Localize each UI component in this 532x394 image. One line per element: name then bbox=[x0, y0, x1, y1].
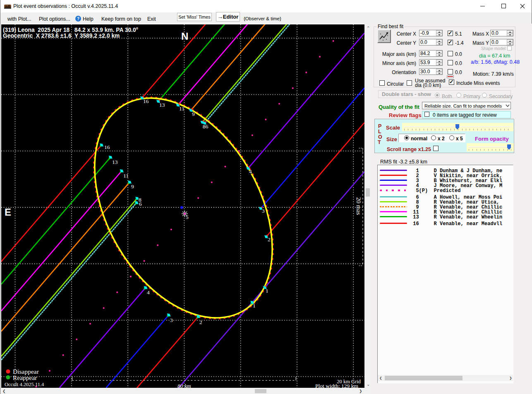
svg-text:13: 13 bbox=[112, 159, 118, 165]
svg-text:13: 13 bbox=[159, 102, 165, 108]
svg-text:5: 5 bbox=[186, 214, 189, 220]
svg-text:11: 11 bbox=[179, 106, 185, 112]
svg-text:3: 3 bbox=[262, 208, 265, 214]
svg-text:16: 16 bbox=[143, 98, 149, 104]
svg-text:Occult 4.2025.11.4: Occult 4.2025.11.4 bbox=[5, 382, 44, 387]
svg-text:4: 4 bbox=[147, 289, 150, 296]
svg-text:20 mas: 20 mas bbox=[355, 197, 362, 215]
svg-text:Reappear: Reappear bbox=[13, 374, 37, 381]
svg-text:86: 86 bbox=[203, 123, 208, 130]
svg-text:1: 1 bbox=[253, 303, 256, 309]
svg-text:11: 11 bbox=[123, 173, 129, 179]
svg-text:80 km: 80 km bbox=[177, 383, 191, 388]
svg-text:2: 2 bbox=[199, 319, 202, 325]
svg-text:Geocentric X 2783.6 ±1.6 Y 3: Geocentric X 2783.6 ±1.6 Y 3589.2 ±2.0 k… bbox=[3, 33, 120, 39]
svg-text:Plot width: 129 km: Plot width: 129 km bbox=[315, 383, 358, 388]
svg-text:9: 9 bbox=[131, 183, 134, 190]
svg-text:(319) Leona 2025 Apr 18 84.: (319) Leona 2025 Apr 18 84.2 x 53.9 km. … bbox=[3, 27, 138, 33]
svg-text:4: 4 bbox=[249, 168, 252, 175]
svg-text:6: 6 bbox=[139, 201, 142, 207]
svg-text:N: N bbox=[181, 31, 188, 42]
svg-text:E: E bbox=[5, 207, 11, 218]
svg-text:3: 3 bbox=[170, 317, 173, 323]
svg-text:1: 1 bbox=[266, 288, 268, 294]
svg-text:9: 9 bbox=[192, 111, 195, 117]
svg-text:2: 2 bbox=[268, 236, 271, 243]
svg-text:16: 16 bbox=[104, 144, 110, 150]
